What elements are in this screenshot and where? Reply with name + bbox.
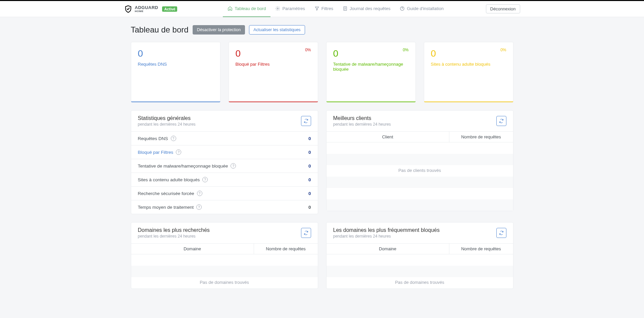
blocked-table-header: Domaine Nombre de requêtes — [327, 244, 513, 254]
help-icon — [400, 6, 405, 11]
top-queried-card: Domaines les plus recherchés pendant les… — [131, 222, 318, 289]
refresh-icon — [304, 119, 308, 123]
top-clients-subtitle: pendant les dernières 24 heures — [333, 122, 391, 127]
logout-button[interactable]: Déconnexion — [486, 4, 520, 13]
malware-pct: 0% — [403, 48, 408, 52]
help-tooltip-icon[interactable]: ? — [176, 149, 181, 155]
nav-querylog[interactable]: Journal des requêtes — [338, 1, 395, 17]
refresh-icon — [499, 231, 504, 235]
stat-row-safesearch: Recherche sécurisée forcée? 0 — [131, 187, 318, 200]
brand-sub: HOME — [135, 10, 158, 13]
top-queried-title: Domaines les plus recherchés — [138, 227, 210, 233]
malware-count: 0 — [333, 48, 409, 59]
table-row — [131, 254, 318, 266]
nav-guide[interactable]: Guide d'installation — [395, 1, 448, 17]
help-tooltip-icon[interactable]: ? — [197, 191, 202, 196]
clients-table-header: Client Nombre de requêtes — [327, 132, 513, 142]
page-header: Tableau de bord Désactiver la protection… — [131, 25, 513, 35]
clients-empty: Pas de clients trouvés — [327, 165, 513, 177]
dns-label-link[interactable]: Requêtes DNS — [138, 62, 213, 67]
adult-label-link[interactable]: Sites à contenu adulte bloqués — [431, 62, 506, 67]
status-badge: Activé — [162, 6, 177, 12]
brand-name: ADGUARD — [135, 5, 158, 10]
refresh-icon — [304, 231, 308, 235]
main-header: ADGUARD HOME Activé Tableau de bord Para… — [0, 1, 644, 17]
page-title: Tableau de bord — [131, 25, 189, 35]
help-tooltip-icon[interactable]: ? — [171, 136, 176, 141]
blocked-empty: Pas de domaines trouvés — [327, 277, 513, 289]
home-icon — [228, 6, 233, 11]
malware-label-link[interactable]: Tentative de malware/hameçonnage bloquée — [333, 62, 409, 72]
queried-empty: Pas de domaines trouvés — [131, 277, 318, 289]
table-row — [327, 188, 513, 199]
stat-card-blocked: 0% 0 Bloqué par Filtres — [229, 42, 318, 102]
adult-count: 0 — [431, 48, 506, 59]
stat-row-dns: Requêtes DNS? 0 — [131, 132, 318, 145]
general-stats-card: Statistiques générales pendant les derni… — [131, 110, 318, 214]
nav-filters[interactable]: Filtres — [310, 1, 338, 17]
logo[interactable]: ADGUARD HOME — [124, 5, 158, 13]
top-blocked-subtitle: pendant les dernières 24 heures — [333, 234, 440, 239]
refresh-stats-button[interactable]: Actualiser les statistiques — [249, 25, 305, 35]
refresh-top-clients-button[interactable] — [496, 116, 506, 126]
table-row — [327, 154, 513, 165]
help-tooltip-icon[interactable]: ? — [202, 177, 208, 182]
table-row — [327, 266, 513, 277]
blocked-count: 0 — [236, 48, 311, 59]
stat-row-adult: Sites à contenu adulte bloqués? 0 — [131, 173, 318, 187]
table-row — [327, 177, 513, 188]
top-clients-title: Meilleurs clients — [333, 115, 391, 121]
refresh-general-stats-button[interactable] — [301, 116, 311, 126]
stat-row-malware: Tentative de malware/hameçonnage bloquée… — [131, 159, 318, 173]
svg-point-0 — [277, 8, 279, 9]
refresh-icon — [499, 119, 504, 123]
help-tooltip-icon[interactable]: ? — [231, 163, 236, 169]
general-stats-subtitle: pendant les dernières 24 heures — [138, 122, 196, 127]
help-tooltip-icon[interactable]: ? — [196, 204, 202, 210]
adult-pct: 0% — [500, 48, 506, 52]
general-stats-title: Statistiques générales — [138, 115, 196, 121]
table-row — [327, 199, 513, 211]
nav-dashboard[interactable]: Tableau de bord — [223, 1, 270, 17]
top-clients-card: Meilleurs clients pendant les dernières … — [326, 110, 513, 211]
filter-icon — [314, 6, 319, 11]
disable-protection-button[interactable]: Désactiver la protection — [193, 25, 245, 35]
stat-row-blocked: Bloqué par Filtres? 0 — [131, 145, 318, 159]
stat-row-avgtime: Temps moyen de traitement? 0 — [131, 200, 318, 214]
stat-card-dns: 0 Requêtes DNS — [131, 42, 220, 102]
gear-icon — [275, 6, 280, 11]
refresh-top-blocked-button[interactable] — [496, 228, 506, 238]
top-blocked-card: Les domaines les plus fréquemment bloqué… — [326, 222, 513, 289]
stat-card-adult: 0% 0 Sites à contenu adulte bloqués — [424, 42, 513, 102]
blocked-label-link[interactable]: Bloqué par Filtres — [236, 62, 311, 67]
nav-settings[interactable]: Paramètres — [270, 1, 309, 17]
table-row — [327, 254, 513, 266]
queried-table-header: Domaine Nombre de requêtes — [131, 244, 318, 254]
top-blocked-title: Les domaines les plus fréquemment bloqué… — [333, 227, 440, 233]
blocked-pct: 0% — [305, 48, 311, 52]
shield-logo-icon — [124, 5, 132, 13]
document-icon — [343, 6, 348, 11]
top-queried-subtitle: pendant les dernières 24 heures — [138, 234, 210, 239]
table-row — [131, 266, 318, 277]
stat-card-malware: 0% 0 Tentative de malware/hameçonnage bl… — [326, 42, 416, 102]
table-row — [327, 142, 513, 154]
main-nav: Tableau de bord Paramètres Filtres Journ… — [185, 1, 486, 17]
refresh-top-queried-button[interactable] — [301, 228, 311, 238]
dns-count: 0 — [138, 48, 213, 59]
